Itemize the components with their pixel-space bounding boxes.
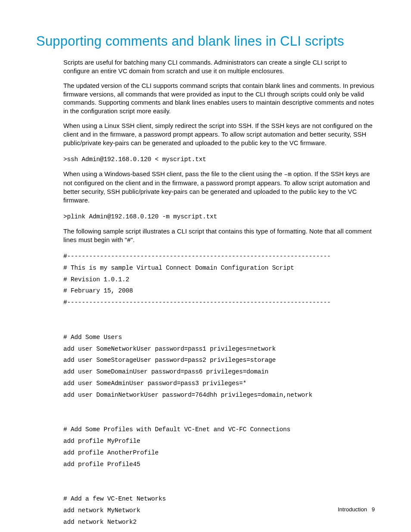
footer-section: Introduction bbox=[338, 506, 367, 513]
paragraph: When using a Linux SSH client, simply re… bbox=[63, 122, 375, 148]
code-block: >ssh Admin@192.168.0.120 < myscript.txt bbox=[63, 154, 375, 165]
paragraph: The following sample script illustrates … bbox=[63, 227, 375, 245]
body-content: Scripts are useful for batching many CLI… bbox=[36, 59, 375, 528]
paragraph: When using a Windows-based SSH client, p… bbox=[63, 170, 375, 205]
page-heading: Supporting comments and blank lines in C… bbox=[36, 34, 375, 49]
sample-script: #---------------------------------------… bbox=[63, 251, 375, 528]
paragraph: Scripts are useful for batching many CLI… bbox=[63, 59, 375, 76]
inline-code: –m bbox=[284, 171, 292, 178]
code-block: >plink Admin@192.168.0.120 -m myscript.t… bbox=[63, 211, 375, 223]
paragraph: The updated version of the CLI supports … bbox=[63, 82, 375, 116]
page-footer: Introduction 9 bbox=[338, 506, 375, 513]
footer-page-number: 9 bbox=[372, 506, 375, 513]
text-run: When using a Windows-based SSH client, p… bbox=[63, 171, 284, 177]
